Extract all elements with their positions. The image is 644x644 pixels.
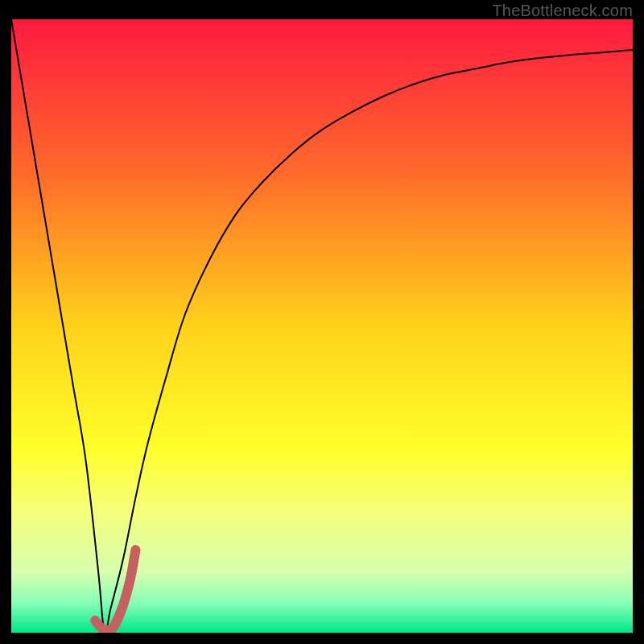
watermark-text: TheBottleneck.com <box>492 2 633 20</box>
chart-background <box>11 19 633 633</box>
chart-frame <box>11 19 633 633</box>
bottleneck-chart <box>11 19 633 633</box>
